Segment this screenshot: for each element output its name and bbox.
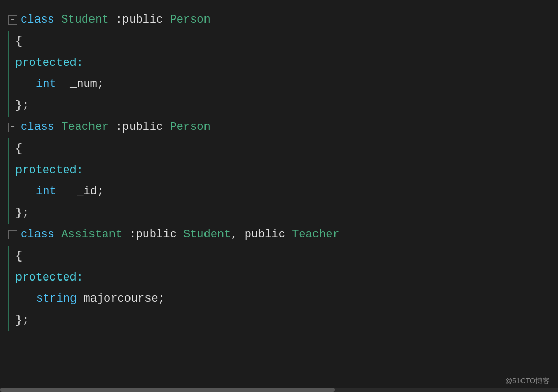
teacher-bar — [8, 138, 9, 224]
assistant-bar — [8, 246, 9, 331]
teacher-member: int _id; — [15, 181, 550, 202]
assistant-brace-close: }; — [15, 310, 550, 331]
student-brace-close: }; — [15, 95, 550, 117]
class-keyword-2: class — [21, 117, 61, 138]
teacher-protected: protected: — [15, 160, 550, 181]
student-body: { protected: int _num; }; — [8, 31, 550, 117]
student-protected: protected: — [15, 52, 550, 74]
class-keyword-3: class — [21, 224, 61, 246]
assistant-name: Assistant — [61, 224, 129, 246]
scrollbar-thumb[interactable] — [0, 388, 335, 392]
code-editor: −class Student :public Person { protecte… — [0, 0, 558, 392]
watermark: @51CTO博客 — [505, 377, 550, 386]
student-inheritance: :public — [116, 9, 170, 31]
teacher-brace-open: { — [15, 138, 550, 160]
teacher-inheritance: :public — [116, 117, 170, 138]
teacher-class-block: −class Teacher :public Person { protecte… — [8, 117, 550, 224]
collapse-teacher[interactable]: − — [8, 123, 17, 132]
assistant-class-block: −class Assistant :public Student, public… — [8, 224, 550, 331]
teacher-body: { protected: int _id; }; — [8, 138, 550, 224]
student-bar — [8, 31, 9, 117]
assistant-protected: protected: — [15, 267, 550, 289]
student-brace-open: { — [15, 31, 550, 52]
student-class-block: −class Student :public Person { protecte… — [8, 9, 550, 117]
person-name-1: Person — [170, 9, 210, 31]
assistant-member: string majorcourse; — [15, 288, 550, 310]
public-keyword: public — [245, 224, 292, 246]
assistant-body: { protected: string majorcourse; }; — [8, 246, 550, 331]
assistant-class-header: −class Assistant :public Student, public… — [8, 224, 550, 246]
class-keyword-1: class — [21, 9, 61, 31]
student-member: int _num; — [15, 73, 550, 95]
teacher-name: Teacher — [61, 117, 116, 138]
assistant-inheritance: :public — [129, 224, 183, 246]
horizontal-scrollbar[interactable] — [0, 388, 558, 392]
assistant-brace-open: { — [15, 246, 550, 267]
teacher-brace-close: }; — [15, 202, 550, 224]
collapse-student[interactable]: − — [8, 15, 17, 25]
teacher-class-header: −class Teacher :public Person — [8, 117, 550, 138]
student-class-header: −class Student :public Person — [8, 9, 550, 31]
person-name-2: Person — [170, 117, 210, 138]
student-name: Student — [61, 9, 116, 31]
code-content: −class Student :public Person { protecte… — [0, 5, 558, 387]
collapse-assistant[interactable]: − — [8, 230, 17, 239]
teacher-ref: Teacher — [292, 224, 339, 246]
student-ref: Student — [183, 224, 231, 246]
